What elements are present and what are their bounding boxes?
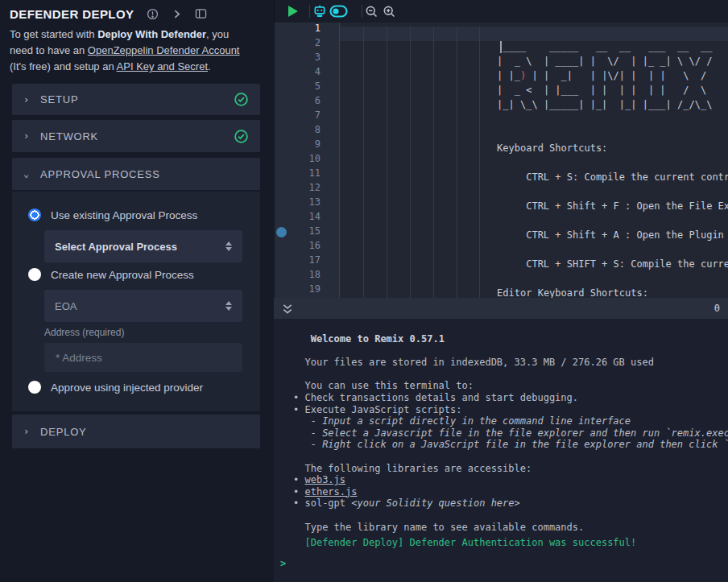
terminal-line (293, 345, 728, 357)
zoom-in-icon (383, 5, 396, 19)
editor-gutter[interactable]: 12345678910111213141516171819 (275, 23, 340, 298)
toggle-icon (329, 5, 348, 18)
radio-row-create[interactable]: Create new Approval Process (28, 268, 194, 281)
line-number: 6 (275, 95, 321, 109)
terminal-line: Welcome to Remix 0.57.1 (293, 333, 728, 345)
section-label: DEPLOY (40, 426, 87, 438)
approval-process-content: Use existing Approval Process Select App… (12, 192, 260, 411)
editor-line: Keyboard Shortcuts: (340, 142, 728, 157)
section-label: APPROVAL PROCESS (40, 168, 160, 180)
intro-bold: Deploy With Defender (97, 28, 206, 40)
toolbar-divider (309, 5, 310, 18)
line-number: 16 (275, 240, 321, 254)
terminal-line: The following libraries are accessible: (293, 463, 728, 475)
terminal-line (293, 451, 728, 463)
defender-account-link[interactable]: OpenZeppelin Defender Account (88, 44, 240, 56)
radio-row-injected[interactable]: Approve using injected provider (28, 381, 203, 394)
copilot-toggle[interactable] (329, 0, 348, 23)
zoom-out-button[interactable] (365, 0, 378, 23)
terminal[interactable]: Welcome to Remix 0.57.1 Your files are s… (274, 319, 728, 582)
intro-text: To get started with Deploy With Defender… (10, 27, 266, 75)
play-icon (288, 6, 298, 17)
check-circle-icon (234, 129, 249, 144)
address-input[interactable] (44, 343, 242, 372)
terminal-line: • Execute JavaScript scripts: (293, 404, 728, 416)
terminal-line: • web3.js (293, 474, 728, 486)
terminal-line: • ethers.js (293, 486, 728, 498)
robot-icon (312, 4, 327, 19)
line-number: 12 (275, 182, 321, 196)
section-network[interactable]: › NETWORK (12, 120, 260, 152)
terminal-line: Your files are stored in indexedDB, 33.3… (293, 357, 728, 369)
select-value: EOA (55, 300, 77, 312)
chevron-right-icon[interactable] (172, 9, 182, 19)
section-approval-process[interactable]: ⌄ APPROVAL PROCESS (12, 158, 260, 190)
terminal-line: [Defender Deploy] Defender Authenticatio… (293, 537, 728, 549)
select-arrows-icon (225, 301, 232, 311)
radio-injected-provider[interactable] (28, 381, 41, 394)
editor-line: Editor Keyboard Shortcuts: (340, 287, 728, 298)
editor-line: | _ < | |___ | | | | | | / \ (340, 85, 728, 99)
code-editor[interactable]: ____ _____ __ __ ___ __ __ | _ \ | ____|… (340, 23, 728, 298)
editor-line (340, 128, 728, 142)
line-number: 4 (275, 66, 321, 80)
breakpoint-dot[interactable] (276, 227, 287, 237)
line-number: 9 (275, 138, 321, 153)
split-columns-icon[interactable] (195, 8, 207, 19)
line-number: 19 (275, 283, 321, 298)
line-number: 11 (275, 167, 321, 182)
panel-header: DEFENDER DEPLOY (10, 5, 264, 23)
panel-title: DEFENDER DEPLOY (10, 7, 134, 21)
line-number: 17 (275, 254, 321, 269)
editor-line: | |_) | | _| | |\/| | | | \ / (340, 70, 728, 85)
zoom-in-button[interactable] (383, 0, 396, 23)
terminal-line: - Right click on a JavaScript file in th… (293, 439, 728, 451)
terminal-line: Type the library name to see available c… (293, 522, 728, 534)
section-deploy[interactable]: › DEPLOY (12, 415, 260, 448)
toolbar-divider (362, 5, 362, 18)
section-label: SETUP (40, 93, 78, 105)
terminal-line: - Input a script directly in the command… (293, 415, 728, 427)
line-number: 1 (275, 23, 321, 37)
radio-label: Create new Approval Process (51, 269, 194, 281)
listen-count-badge: 0 (714, 303, 720, 314)
radio-create-new[interactable] (28, 268, 41, 281)
editor-line (340, 273, 728, 287)
select-arrows-icon (225, 241, 232, 251)
select-eoa[interactable]: EOA (44, 290, 242, 322)
editor-line (340, 114, 728, 128)
editor-line: CTRL + Shift + F : Open the File Explore… (340, 200, 728, 215)
run-script-button[interactable] (288, 0, 298, 23)
select-approval-process[interactable]: Select Approval Process (44, 230, 242, 262)
chevron-right-icon: › (23, 94, 30, 105)
address-label: Address (required) (44, 327, 124, 338)
ai-assistant-button[interactable] (312, 0, 327, 23)
section-setup[interactable]: › SETUP (12, 84, 260, 115)
line-number: 7 (275, 109, 321, 124)
radio-use-existing[interactable] (28, 208, 41, 221)
text-cursor (500, 41, 502, 53)
editor-line (340, 244, 728, 258)
line-number: 14 (275, 211, 321, 225)
intro-line1: To get started with (10, 28, 97, 40)
editor-line (340, 186, 728, 200)
terminal-line: • Check transactions details and start d… (293, 392, 728, 404)
api-key-link[interactable]: API Key and Secret (117, 60, 208, 72)
editor-line: |_| \_\ |_____| |_| |_| |___| /_/\_\ (340, 99, 728, 114)
editor-line: CTRL + Shift + A : Open the Plugin Manag… (340, 229, 728, 244)
editor-line (340, 215, 728, 229)
line-number: 8 (275, 124, 321, 138)
select-value: Select Approval Process (55, 241, 177, 253)
line-number: 2 (275, 37, 321, 52)
editor-line: CTRL + S: Compile the current contract (340, 171, 728, 186)
terminal-line (293, 510, 728, 522)
editor-line: CTRL + SHIFT + S: Compile the current co… (340, 258, 728, 273)
chevron-right-icon: › (23, 130, 30, 142)
radio-label: Approve using injected provider (51, 382, 203, 394)
terminal-prompt[interactable]: > (280, 558, 286, 569)
collapse-terminal-icon[interactable] (282, 303, 293, 315)
zoom-out-icon (365, 5, 378, 19)
info-icon[interactable] (147, 8, 159, 20)
editor-line: ____ _____ __ __ ___ __ __ (340, 41, 728, 56)
radio-row-existing[interactable]: Use existing Approval Process (28, 208, 197, 221)
